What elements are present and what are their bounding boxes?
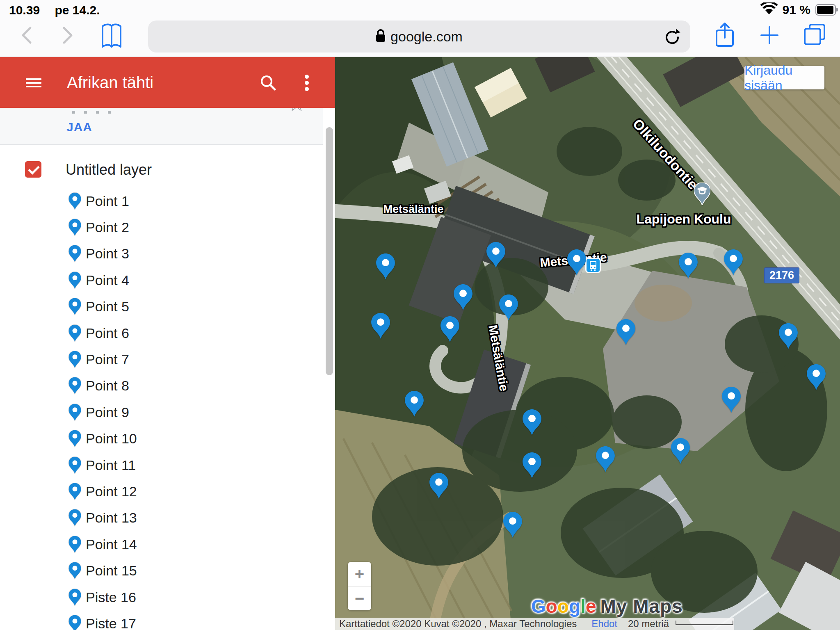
mymaps-panel: Afrikan tähti ☆ JAA Untitled layer xyxy=(0,57,335,630)
point-label: Point 1 xyxy=(86,193,129,209)
point-list-item[interactable]: Point 11 xyxy=(0,452,323,478)
point-label: Point 13 xyxy=(86,510,137,526)
point-label: Point 11 xyxy=(86,457,136,473)
url-text: google.com xyxy=(390,29,463,45)
point-label: Point 12 xyxy=(86,484,137,500)
point-label: Piste 17 xyxy=(86,616,136,630)
point-label: Point 8 xyxy=(86,378,129,394)
map-pin[interactable] xyxy=(523,452,541,478)
map-pin[interactable] xyxy=(616,319,635,345)
lock-icon xyxy=(376,29,386,44)
point-pin-icon xyxy=(68,245,81,262)
map-pin[interactable] xyxy=(523,409,541,435)
map-pin[interactable] xyxy=(376,253,395,279)
point-label: Point 7 xyxy=(86,352,129,368)
address-bar[interactable]: google.com xyxy=(148,21,690,52)
reload-button[interactable] xyxy=(663,27,681,49)
terms-link[interactable]: Ehdot xyxy=(591,618,617,630)
zoom-in-button[interactable]: + xyxy=(348,562,371,587)
map-label: Lapijoen Koulu xyxy=(636,212,731,227)
truncated-text-remnant xyxy=(72,109,130,114)
point-list-item[interactable]: Point 13 xyxy=(0,505,323,531)
forward-button[interactable] xyxy=(61,25,75,47)
share-link[interactable]: JAA xyxy=(66,120,92,134)
map-pin[interactable] xyxy=(499,294,518,320)
zoom-out-button[interactable]: − xyxy=(348,587,371,611)
point-list-item[interactable]: Piste 17 xyxy=(0,610,323,630)
wifi-icon xyxy=(760,2,778,17)
map-pin[interactable] xyxy=(441,316,459,342)
map-pin[interactable] xyxy=(724,249,743,275)
map-label: Metsäläntie xyxy=(383,203,443,216)
new-tab-button[interactable] xyxy=(760,25,779,47)
sign-in-button[interactable]: Kirjaudu sisään xyxy=(744,66,824,89)
point-list-item[interactable]: Point 3 xyxy=(0,241,323,267)
map-pin[interactable] xyxy=(567,249,586,275)
satellite-imagery xyxy=(335,57,840,630)
search-icon[interactable] xyxy=(259,73,277,93)
bus-stop-icon[interactable] xyxy=(585,258,601,273)
tabs-button[interactable] xyxy=(803,23,826,48)
map-pin[interactable] xyxy=(454,284,472,310)
point-list-item[interactable]: Point 10 xyxy=(0,426,323,452)
point-pin-icon xyxy=(68,272,81,289)
more-options-icon[interactable] xyxy=(304,74,309,93)
browser-chrome: 10.39 pe 14.2. 91 % google.com xyxy=(0,0,840,57)
point-list-item[interactable]: Point 14 xyxy=(0,531,323,557)
map-pin[interactable] xyxy=(679,253,698,278)
panel-header: Afrikan tähti xyxy=(0,57,335,108)
point-list-item[interactable]: Point 12 xyxy=(0,478,323,504)
back-button[interactable] xyxy=(20,25,34,47)
point-list-item[interactable]: Piste 16 xyxy=(0,584,323,610)
map-viewport[interactable]: MetsäläntieMetsäläntieMetsäläntieOlkiluo… xyxy=(335,57,840,630)
point-list-item[interactable]: Point 5 xyxy=(0,294,323,320)
point-pin-icon xyxy=(68,298,81,315)
map-pin[interactable] xyxy=(671,438,690,464)
page-content: Afrikan tähti ☆ JAA Untitled layer xyxy=(0,57,840,630)
scale-label: 20 metriä xyxy=(628,618,669,630)
point-pin-icon xyxy=(68,536,81,553)
map-pin[interactable] xyxy=(405,391,424,417)
point-pin-icon xyxy=(68,377,81,395)
google-mymaps-logo: GoogleMy Maps xyxy=(531,595,683,617)
scrollbar-thumb[interactable] xyxy=(326,127,333,375)
map-pin[interactable] xyxy=(371,313,390,339)
point-pin-icon xyxy=(68,404,81,421)
point-list-item[interactable]: Point 8 xyxy=(0,373,323,399)
battery-percent: 91 % xyxy=(783,3,810,17)
map-pin[interactable] xyxy=(779,323,798,349)
school-poi-marker[interactable] xyxy=(694,183,710,207)
point-pin-icon xyxy=(68,192,81,210)
map-pin[interactable] xyxy=(503,512,522,538)
point-pin-icon xyxy=(68,509,81,527)
point-label: Point 9 xyxy=(86,404,129,420)
map-pin[interactable] xyxy=(486,242,505,268)
point-label: Point 5 xyxy=(86,299,129,315)
route-badge: 2176 xyxy=(764,267,799,283)
point-list-item[interactable]: Point 7 xyxy=(0,346,323,372)
screen: 10.39 pe 14.2. 91 % google.com xyxy=(0,0,840,630)
map-pin[interactable] xyxy=(807,364,826,390)
point-pin-icon xyxy=(68,219,81,236)
point-pin-icon xyxy=(68,615,81,630)
point-list-item[interactable]: Point 9 xyxy=(0,399,323,425)
bookmarks-icon[interactable] xyxy=(101,23,122,50)
point-list-item[interactable]: Point 15 xyxy=(0,557,323,584)
layer-checkbox[interactable] xyxy=(25,161,41,178)
point-label: Point 10 xyxy=(86,431,137,447)
point-list-item[interactable]: Point 6 xyxy=(0,320,323,346)
point-label: Point 15 xyxy=(86,563,137,579)
status-date: pe 14.2. xyxy=(55,3,100,17)
share-button[interactable] xyxy=(714,21,735,49)
point-list-item[interactable]: Point 2 xyxy=(0,214,323,240)
map-pin[interactable] xyxy=(722,387,741,413)
map-pin[interactable] xyxy=(429,473,448,499)
point-pin-icon xyxy=(68,483,81,500)
zoom-control: + − xyxy=(348,562,371,610)
point-list-item[interactable]: Point 4 xyxy=(0,267,323,293)
menu-icon[interactable] xyxy=(26,78,41,87)
point-list-item[interactable]: Point 1 xyxy=(0,188,323,214)
status-bar-left: 10.39 pe 14.2. xyxy=(9,3,100,17)
point-pin-icon xyxy=(68,562,81,580)
map-pin[interactable] xyxy=(596,446,615,472)
